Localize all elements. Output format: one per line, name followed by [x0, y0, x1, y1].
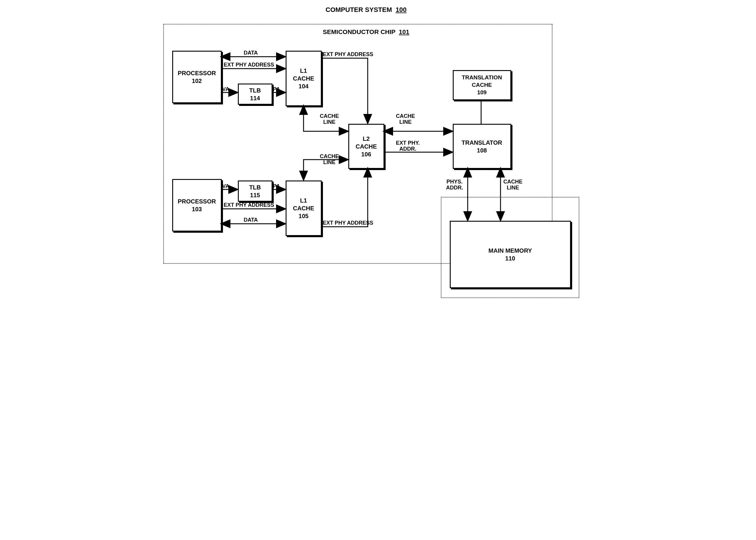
diagram-canvas: COMPUTER SYSTEM 100 SEMICONDUCTOR CHIP 1… — [157, 6, 599, 310]
label-extphy-top: EXT PHY ADDRESS — [224, 62, 274, 68]
label-va-bot: VA — [223, 184, 229, 190]
label-cacheline-top: CACHE LINE — [320, 113, 339, 125]
label-pa-bot: PA — [273, 184, 280, 190]
connectors — [157, 6, 599, 310]
label-cacheline-l2tr: CACHE LINE — [396, 113, 415, 125]
label-data-bot: DATA — [244, 217, 258, 223]
label-physaddr-mem: PHYS. ADDR. — [446, 179, 463, 191]
label-cacheline-bot: CACHE LINE — [320, 154, 339, 166]
label-va-top: VA — [223, 86, 229, 92]
label-extphy-l1a-l2: EXT PHY ADDRESS — [323, 52, 374, 58]
label-pa-top: PA — [273, 86, 280, 92]
label-extphy-l2tr: EXT PHY. ADDR. — [396, 140, 420, 152]
label-cacheline-mem: CACHE LINE — [504, 179, 523, 191]
label-data-top: DATA — [244, 50, 258, 56]
label-extphy-bot: EXT PHY ADDRESS — [224, 202, 274, 208]
label-extphy-l1b-l2: EXT PHY ADDRESS — [323, 220, 374, 226]
